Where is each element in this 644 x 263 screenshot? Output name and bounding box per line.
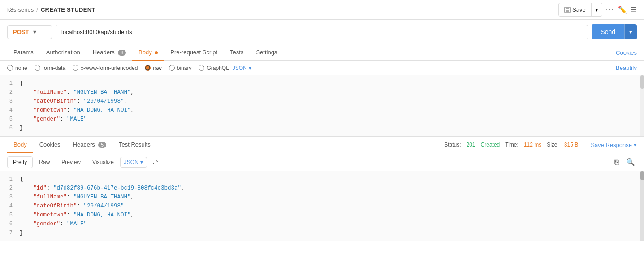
tab-headers[interactable]: Headers 8 (86, 44, 132, 61)
req-line-2: 2 "fullName": "NGUYEN BA THANH", (0, 88, 644, 97)
response-meta: Status: 201 Created Time: 112 ms Size: 3… (444, 142, 637, 148)
resp-tab-cookies[interactable]: Cookies (33, 137, 67, 153)
req-scrollbar-thumb (640, 75, 644, 89)
search-response-button[interactable]: 🔍 (624, 156, 637, 168)
body-type-raw[interactable]: raw (145, 65, 161, 71)
size-value: 315 B (564, 142, 578, 148)
req-line-6: 6 } (0, 124, 644, 133)
beautify-button[interactable]: Beautify (616, 65, 637, 71)
copy-response-button[interactable]: ⎘ (613, 156, 621, 168)
body-dot (155, 51, 158, 54)
resp-line-7: 7 } (0, 229, 644, 237)
save-dropdown-button[interactable]: ▾ (591, 3, 602, 16)
resp-line-4: 4 "dateOfBirth": "29/04/1998", (0, 202, 644, 211)
save-button-group: Save ▾ (558, 3, 602, 17)
response-editor-inner[interactable]: 1 { 2 "id": "d7d82f89-676b-417e-bc19-808… (0, 171, 644, 241)
save-label: Save (572, 6, 586, 13)
layout-button[interactable]: ☰ (631, 5, 637, 14)
status-label: Status: (444, 142, 461, 148)
body-type-binary[interactable]: binary (169, 65, 192, 71)
resp-line-5: 5 "hometown": "HA DONG, HA NOI", (0, 211, 644, 220)
breadcrumb-separator: / (36, 6, 38, 13)
response-tabs-row: Body Cookies Headers 5 Test Results Stat… (0, 137, 644, 153)
fmt-tab-raw[interactable]: Raw (34, 157, 55, 168)
tab-pre-request[interactable]: Pre-request Script (164, 44, 224, 61)
json-chevron: ▾ (249, 65, 251, 71)
send-label: Send (601, 28, 615, 35)
status-text: Created (481, 142, 500, 148)
req-scrollbar[interactable] (640, 75, 644, 136)
body-type-form-data[interactable]: form-data (35, 65, 65, 71)
body-type-selectors: none form-data x-www-form-urlencoded raw… (0, 61, 644, 75)
resp-line-2: 2 "id": "d7d82f89-676b-417e-bc19-808fc4c… (0, 184, 644, 193)
resp-line-1: 1 { (0, 175, 644, 184)
resp-line-6: 6 "gender": "MALE" (0, 220, 644, 229)
request-editor: 1 { 2 "fullName": "NGUYEN BA THANH", 3 "… (0, 75, 644, 137)
method-arrow: ▾ (33, 29, 36, 35)
svg-rect-2 (566, 10, 569, 12)
response-tabs: Body Cookies Headers 5 Test Results (7, 137, 157, 153)
method-select[interactable]: POST ▾ (7, 25, 52, 39)
req-line-5: 5 "gender": "MALE" (0, 115, 644, 124)
body-type-urlencoded[interactable]: x-www-form-urlencoded (73, 65, 138, 71)
breadcrumb: k8s-series / CREATE STUDENT (7, 6, 95, 13)
resp-headers-badge: 5 (98, 142, 106, 148)
fmt-tab-pretty[interactable]: Pretty (7, 156, 33, 168)
send-button-group: Send ▾ (592, 24, 637, 39)
resp-tab-body[interactable]: Body (7, 137, 33, 153)
tab-body[interactable]: Body (132, 44, 164, 61)
req-line-1: 1 { (0, 79, 644, 88)
save-button[interactable]: Save (559, 4, 591, 15)
tab-params[interactable]: Params (7, 44, 40, 61)
json-format-select[interactable]: JSON ▾ (233, 65, 251, 71)
url-bar: POST ▾ Send ▾ (0, 20, 644, 44)
status-code: 201 (467, 142, 475, 148)
more-options-button[interactable]: ··· (606, 6, 614, 14)
fmt-tab-preview[interactable]: Preview (56, 157, 86, 168)
request-tabs: Params Authorization Headers 8 Body Pre-… (0, 44, 644, 61)
body-type-graphql[interactable]: GraphQL (199, 65, 229, 71)
req-line-3: 3 "dateOfBirth": "29/04/1998", (0, 97, 644, 106)
breadcrumb-series[interactable]: k8s-series (7, 6, 34, 13)
url-input[interactable] (56, 25, 588, 39)
resp-format-actions: ⎘ 🔍 (613, 156, 637, 168)
top-bar-actions: Save ▾ ··· ✏️ ☰ (558, 3, 637, 17)
time-label: Time: (505, 142, 519, 148)
wrap-lines-button[interactable]: ⇌ (151, 156, 160, 168)
resp-scrollbar[interactable] (640, 171, 644, 241)
response-json-select[interactable]: JSON ▾ (120, 157, 147, 168)
time-value: 112 ms (524, 142, 541, 148)
size-label: Size: (547, 142, 559, 148)
response-format-tabs: Pretty Raw Preview Visualize JSON ▾ ⇌ ⎘ … (0, 153, 644, 171)
top-bar: k8s-series / CREATE STUDENT Save ▾ ··· ✏… (0, 0, 644, 20)
send-button[interactable]: Send (592, 24, 624, 39)
save-response-arrow: ▾ (634, 142, 637, 148)
resp-tab-test-results[interactable]: Test Results (112, 137, 157, 153)
tab-authorization[interactable]: Authorization (40, 44, 86, 61)
cookies-link[interactable]: Cookies (616, 49, 637, 56)
tab-settings[interactable]: Settings (250, 44, 283, 61)
resp-tab-headers[interactable]: Headers 5 (67, 137, 112, 153)
send-dropdown-button[interactable]: ▾ (624, 24, 637, 39)
edit-button[interactable]: ✏️ (618, 5, 627, 14)
save-icon (564, 7, 571, 13)
save-response-button[interactable]: Save Response ▾ (591, 142, 637, 148)
req-line-4: 4 "hometown": "HA DONG, HA NOI", (0, 106, 644, 115)
body-type-none[interactable]: none (7, 65, 27, 71)
request-editor-inner[interactable]: 1 { 2 "fullName": "NGUYEN BA THANH", 3 "… (0, 75, 644, 136)
method-label: POST (13, 29, 29, 35)
tab-tests[interactable]: Tests (224, 44, 250, 61)
resp-scrollbar-thumb (640, 171, 644, 180)
svg-rect-1 (566, 7, 569, 9)
resp-line-3: 3 "fullName": "NGUYEN BA THANH", (0, 193, 644, 202)
json-select-arrow: ▾ (140, 159, 143, 165)
response-section: Body Cookies Headers 5 Test Results Stat… (0, 137, 644, 241)
page-title: CREATE STUDENT (41, 6, 95, 13)
response-editor: 1 { 2 "id": "d7d82f89-676b-417e-bc19-808… (0, 171, 644, 241)
headers-badge: 8 (118, 50, 126, 56)
fmt-tab-visualize[interactable]: Visualize (87, 157, 119, 168)
